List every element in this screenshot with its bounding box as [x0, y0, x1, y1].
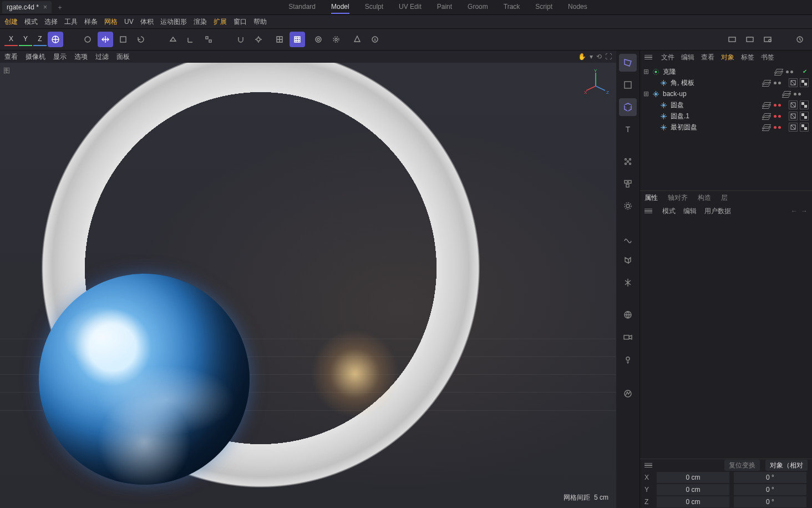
document-tab[interactable]: rgate.c4d * × — [2, 1, 52, 13]
vp-menu-查看[interactable]: 查看 — [4, 52, 18, 62]
attr-tab-属性[interactable]: 属性 — [644, 193, 658, 203]
attr-menu-userdata[interactable]: 用户数据 — [704, 207, 731, 216]
new-tab-button[interactable]: ＋ — [54, 1, 66, 13]
layout-tab-sculpt[interactable]: Sculpt — [365, 1, 383, 14]
obj-menu-编辑[interactable]: 编辑 — [681, 53, 694, 62]
attr-tab-轴对齐[interactable]: 轴对齐 — [668, 193, 688, 203]
layout-tab-standard[interactable]: Standard — [288, 1, 316, 14]
render-settings[interactable] — [760, 32, 775, 47]
layout-tab-model[interactable]: Model — [331, 1, 349, 14]
palette-instance-icon[interactable] — [619, 252, 637, 269]
tool-quantize[interactable] — [201, 32, 216, 47]
soft-select-alt[interactable] — [328, 32, 344, 47]
layout-tab-nodes[interactable]: Nodes — [568, 1, 587, 14]
symmetry-settings[interactable]: A — [367, 32, 383, 47]
layout-tab-groom[interactable]: Groom — [468, 1, 488, 14]
palette-spline-icon[interactable] — [619, 229, 637, 247]
attr-tab-构造[interactable]: 构造 — [698, 193, 711, 203]
tree-row[interactable]: ⊞back-up — [640, 88, 812, 99]
object-tags[interactable] — [789, 123, 809, 132]
workplane-snap[interactable] — [290, 32, 305, 47]
coord-rot-field[interactable]: 0 ° — [734, 472, 806, 484]
layout-tab-track[interactable]: Track — [504, 1, 520, 14]
tool-scale[interactable] — [115, 32, 131, 47]
coord-pos-field[interactable]: 0 cm — [657, 484, 729, 496]
render-view[interactable] — [724, 32, 740, 47]
obj-menu-标签[interactable]: 标签 — [741, 53, 754, 62]
object-relative-button[interactable]: 对象（相对 — [765, 460, 808, 471]
layers-icon[interactable] — [775, 68, 783, 76]
hand-icon[interactable]: ✋ — [578, 52, 586, 62]
tree-row[interactable]: ⊞克隆✔ — [640, 66, 812, 77]
visibility-dots[interactable] — [786, 71, 793, 73]
axis-y-toggle[interactable]: Y — [19, 33, 32, 46]
palette-material-icon[interactable] — [619, 385, 637, 403]
axis-x-toggle[interactable]: X — [4, 33, 18, 46]
palette-symmetry-icon[interactable] — [619, 274, 637, 291]
object-tags[interactable]: ✔ — [801, 68, 809, 76]
layers-icon[interactable] — [783, 90, 790, 98]
layers-icon[interactable] — [763, 123, 770, 131]
maximize-icon[interactable]: ⛶ — [605, 52, 612, 62]
menu-扩展[interactable]: 扩展 — [214, 17, 227, 27]
tool-coordinate[interactable] — [183, 32, 199, 47]
palette-generator-icon[interactable] — [619, 175, 637, 193]
rotate-icon[interactable]: ⟲ — [596, 52, 602, 62]
hamburger-icon[interactable] — [644, 463, 652, 468]
chevron-down-icon[interactable]: ▾ — [590, 52, 593, 62]
layout-tab-script[interactable]: Script — [535, 1, 552, 14]
vp-menu-显示[interactable]: 显示 — [53, 52, 67, 62]
expand-icon[interactable]: ⊞ — [643, 89, 649, 99]
axis-z-toggle[interactable]: Z — [33, 33, 47, 46]
render-picture[interactable] — [742, 32, 758, 47]
menu-运动图形[interactable]: 运动图形 — [160, 17, 187, 27]
expand-icon[interactable]: ⊞ — [643, 67, 649, 77]
tag-check[interactable]: ✔ — [801, 68, 809, 76]
close-tab-icon[interactable]: × — [43, 3, 47, 12]
viewport-3d[interactable]: 图 默认摄像机 X — [0, 63, 616, 508]
undo-history[interactable] — [792, 32, 808, 47]
tag-box[interactable] — [789, 78, 798, 87]
object-tags[interactable] — [789, 112, 809, 120]
vp-menu-过滤[interactable]: 过滤 — [95, 52, 109, 62]
attr-tab-层[interactable]: 层 — [721, 193, 728, 203]
menu-创建[interactable]: 创建 — [4, 17, 18, 27]
visibility-dots[interactable] — [774, 126, 781, 129]
coord-pos-field[interactable]: 0 cm — [657, 496, 729, 508]
coord-rot-field[interactable]: 0 ° — [734, 484, 806, 496]
workplane-grid[interactable] — [272, 32, 287, 47]
axis-gizmo[interactable]: X Y Z — [582, 69, 610, 97]
tool-rotate[interactable] — [133, 32, 149, 47]
hamburger-icon[interactable] — [644, 209, 652, 214]
coord-rot-field[interactable]: 0 ° — [734, 496, 806, 508]
visibility-dots[interactable] — [774, 115, 781, 118]
vp-menu-选项[interactable]: 选项 — [74, 52, 88, 62]
obj-menu-查看[interactable]: 查看 — [701, 53, 714, 62]
obj-menu-文件[interactable]: 文件 — [661, 53, 674, 62]
menu-帮助[interactable]: 帮助 — [253, 17, 267, 27]
tag-box2[interactable] — [800, 112, 809, 120]
object-tags[interactable] — [789, 100, 809, 109]
tree-row[interactable]: 角, 模板 — [640, 77, 812, 88]
snap-settings[interactable] — [251, 32, 266, 47]
attr-nav-back-icon[interactable]: ← — [791, 207, 798, 216]
tag-box[interactable] — [789, 100, 798, 109]
symmetry-toggle[interactable] — [349, 32, 365, 47]
palette-camera-icon[interactable] — [619, 328, 637, 346]
vp-menu-面板[interactable]: 面板 — [116, 52, 130, 62]
menu-体积[interactable]: 体积 — [140, 17, 154, 27]
menu-选择[interactable]: 选择 — [44, 17, 58, 27]
palette-rect-select[interactable] — [619, 76, 637, 94]
visibility-dots[interactable] — [774, 104, 781, 107]
attr-menu-edit[interactable]: 编辑 — [683, 207, 697, 216]
reset-transform-button[interactable]: 复位变换 — [724, 460, 760, 471]
menu-渲染[interactable]: 渲染 — [194, 17, 207, 27]
tag-box2[interactable] — [800, 100, 809, 109]
palette-deformer-icon[interactable] — [619, 197, 637, 215]
layout-tab-uv-edit[interactable]: UV Edit — [399, 1, 422, 14]
vp-menu-摄像机[interactable]: 摄像机 — [26, 52, 45, 62]
object-tree[interactable]: ⊞克隆✔角, 模板⊞back-up圆盘圆盘.1最初圆盘 — [640, 64, 812, 190]
tag-box[interactable] — [789, 123, 798, 132]
layers-icon[interactable] — [763, 112, 770, 120]
layers-icon[interactable] — [763, 101, 770, 109]
